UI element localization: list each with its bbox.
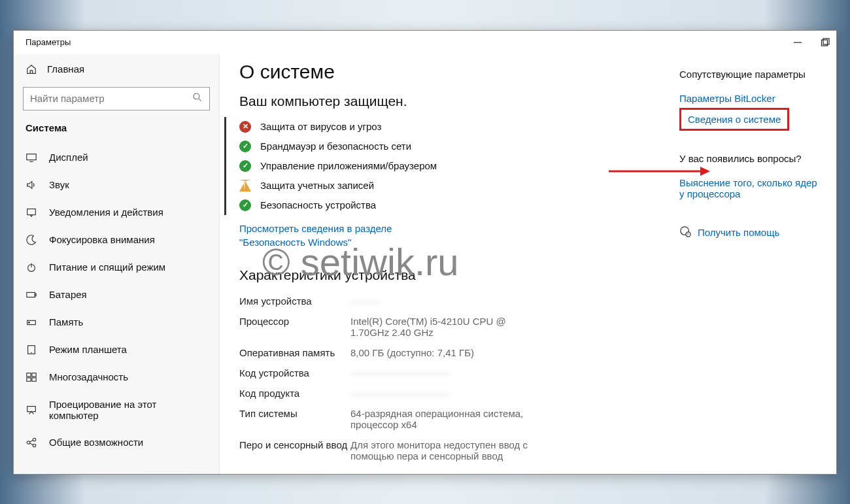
svg-rect-17 — [32, 373, 36, 376]
security-heading: Ваш компьютер защищен. — [239, 93, 647, 109]
svg-rect-5 — [27, 154, 36, 160]
sidebar-home-label: Главная — [47, 63, 84, 75]
sidebar-item-label: Общие возможности — [49, 437, 143, 448]
sidebar-item-focus[interactable]: Фокусировка внимания — [14, 226, 219, 254]
tablet-icon — [26, 344, 37, 356]
spec-label: Оперативная память — [239, 347, 350, 358]
spec-value: 8,00 ГБ (доступно: 7,41 ГБ) — [350, 347, 547, 358]
svg-rect-20 — [27, 406, 36, 411]
security-list: ✕ Защита от вирусов и угроз ✓ Брандмауэр… — [224, 117, 647, 215]
device-heading: Характеристики устройства — [239, 267, 647, 283]
spec-label: Процессор — [239, 316, 350, 338]
sidebar-item-sound[interactable]: Звук — [14, 171, 219, 199]
spec-value: Intel(R) Core(TM) i5-4210U CPU @ 1.70GHz… — [350, 316, 547, 338]
svg-point-21 — [27, 441, 30, 444]
status-warn-icon — [239, 180, 251, 192]
sidebar-item-label: Звук — [49, 179, 69, 190]
sidebar-item-label: Многозадачность — [49, 371, 128, 382]
sidebar-item-shared[interactable]: Общие возможности — [14, 429, 219, 456]
svg-rect-1 — [822, 40, 828, 46]
spec-row: Тип системы 64-разрядная операционная си… — [239, 403, 647, 435]
svg-point-3 — [194, 93, 199, 99]
sidebar-item-multitask[interactable]: Многозадачность — [14, 363, 219, 391]
spec-label: Тип системы — [239, 408, 350, 430]
help-icon: ? — [679, 226, 691, 239]
spec-value: —————————— — [350, 367, 547, 378]
sidebar-item-label: Уведомления и действия — [49, 207, 163, 218]
notification-icon — [26, 207, 37, 218]
svg-rect-7 — [27, 209, 36, 214]
spec-row: Оперативная память 8,00 ГБ (доступно: 7,… — [239, 343, 647, 363]
spec-value: 64-разрядная операционная система, проце… — [350, 408, 547, 430]
svg-point-23 — [33, 444, 36, 447]
spec-row: Код продукта —————————— — [239, 383, 647, 403]
minimize-button[interactable] — [793, 38, 802, 47]
svg-line-24 — [29, 440, 33, 442]
home-icon — [26, 63, 37, 75]
sidebar-item-label: Проецирование на этот компьютер — [49, 399, 207, 421]
sidebar-item-storage[interactable]: Память — [14, 309, 219, 336]
sidebar-section-title: Система — [14, 120, 219, 144]
sidebar-item-battery[interactable]: Батарея — [14, 281, 219, 309]
right-pane: Сопутствующие параметры Параметры BitLoc… — [666, 54, 836, 474]
speaker-icon — [26, 179, 37, 191]
sidebar-item-projecting[interactable]: Проецирование на этот компьютер — [14, 391, 219, 429]
questions-heading: У вас появились вопросы? — [679, 153, 823, 164]
svg-line-4 — [199, 99, 201, 101]
get-help-link[interactable]: Получить помощь — [698, 227, 779, 238]
spec-label: Перо и сенсорный ввод — [239, 439, 350, 462]
storage-icon — [26, 316, 37, 328]
sidebar-item-label: Питание и спящий режим — [49, 261, 165, 273]
sidebar-item-label: Батарея — [49, 289, 87, 300]
security-row: ✓ Безопасность устройства — [239, 195, 647, 215]
moon-icon — [26, 234, 37, 246]
related-link-system-info[interactable]: Сведения о системе — [679, 108, 789, 131]
sidebar-item-power[interactable]: Питание и спящий режим — [14, 254, 219, 281]
svg-point-13 — [29, 322, 30, 323]
status-ok-icon: ✓ — [239, 199, 251, 211]
spec-label: Код продукта — [239, 388, 350, 399]
svg-point-22 — [33, 438, 36, 441]
maximize-button[interactable] — [821, 38, 830, 47]
page-title: О системе — [239, 61, 647, 83]
svg-text:?: ? — [687, 233, 688, 237]
spec-row: Процессор Intel(R) Core(TM) i5-4210U CPU… — [239, 311, 647, 343]
question-link[interactable]: Выяснение того, сколько ядер у процессор… — [679, 173, 823, 203]
security-details-link[interactable]: Просмотреть сведения в разделе "Безопасн… — [239, 222, 442, 249]
security-label: Брандмауэр и безопасность сети — [260, 141, 411, 152]
svg-line-25 — [29, 443, 33, 445]
power-icon — [26, 261, 37, 273]
window-title: Параметры — [26, 37, 71, 47]
titlebar: Параметры — [14, 31, 836, 54]
svg-rect-18 — [27, 377, 31, 380]
status-ok-icon: ✓ — [239, 141, 251, 152]
spec-value: Для этого монитора недоступен ввод с пом… — [350, 439, 547, 462]
sidebar-item-display[interactable]: Дисплей — [14, 144, 219, 171]
status-ok-icon: ✓ — [239, 160, 251, 172]
security-row: ✕ Защита от вирусов и угроз — [239, 117, 647, 137]
spec-value: ——— — [350, 295, 547, 307]
battery-icon — [26, 289, 37, 301]
spec-label: Имя устройства — [239, 295, 350, 307]
security-row: Защита учетных записей — [239, 176, 647, 195]
sidebar-item-label: Дисплей — [49, 152, 88, 163]
svg-rect-10 — [27, 292, 35, 297]
svg-rect-19 — [32, 377, 36, 380]
svg-rect-11 — [35, 294, 36, 296]
sidebar-item-tablet[interactable]: Режим планшета — [14, 336, 219, 363]
multitask-icon — [26, 371, 37, 383]
spec-list: Имя устройства ——— Процессор Intel(R) Co… — [239, 291, 647, 466]
search-box[interactable] — [23, 87, 210, 110]
sidebar-item-notifications[interactable]: Уведомления и действия — [14, 199, 219, 226]
security-label: Защита от вирусов и угроз — [260, 121, 381, 132]
search-input[interactable] — [30, 93, 192, 104]
sidebar-item-label: Фокусировка внимания — [49, 234, 155, 245]
spec-row: Перо и сенсорный ввод Для этого монитора… — [239, 435, 647, 466]
sidebar-home[interactable]: Главная — [14, 56, 219, 83]
svg-rect-2 — [823, 39, 829, 44]
related-link-bitlocker[interactable]: Параметры BitLocker — [679, 89, 823, 108]
security-row: ✓ Брандмауэр и безопасность сети — [239, 137, 647, 156]
monitor-icon — [26, 152, 37, 163]
spec-label: Код устройства — [239, 367, 350, 378]
security-row: ✓ Управление приложениями/браузером — [239, 156, 647, 176]
